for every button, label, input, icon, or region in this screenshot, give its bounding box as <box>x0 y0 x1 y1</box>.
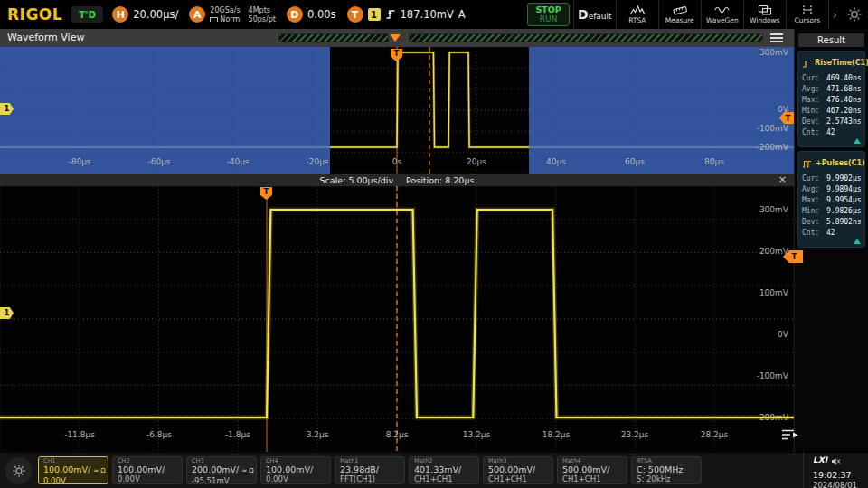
clock-block: LXI 19:02:37 2024/08/01 <box>803 452 857 488</box>
channel-scale: C: 500MHz <box>637 465 701 474</box>
scale-label: Scale: <box>320 175 346 185</box>
lxi-logo: LXI <box>813 455 827 465</box>
menu-icon[interactable] <box>770 33 783 44</box>
measure-icon <box>672 5 688 15</box>
channel-scale: 100.00mV/ <box>266 465 330 474</box>
oscilloscope-screen: RIGOL T'D H 20.00μs/ A 20GSa/s 4Mpts Nor… <box>0 0 868 488</box>
x-tick-label: -20μs <box>295 157 340 166</box>
memory-depth: 4Mpts <box>249 6 276 14</box>
position-label: Position: <box>406 175 442 185</box>
zoom-scale-bar: Scale: 5.00μs/div Position: 8.20μs × <box>0 174 794 186</box>
channel-scale: 23.98dB/ <box>340 465 404 474</box>
y-axis-label: -200mV <box>757 143 788 152</box>
x-tick-label: 40μs <box>533 157 579 166</box>
system-date: 2024/08/01 <box>813 481 857 488</box>
x-tick-label: -40μs <box>215 157 260 166</box>
channel-box-ch1[interactable]: CH1100.00mV/≈ Ω0.00V <box>38 456 108 484</box>
horizontal-settings[interactable]: H 20.00μs/ <box>112 6 178 23</box>
unzoomed-region-right[interactable] <box>529 47 794 174</box>
delay-icon: D <box>287 6 303 23</box>
measurement-row: Dev:5.8902ns <box>802 217 861 228</box>
expand-triangle-icon[interactable] <box>854 239 861 244</box>
coupling-impedance-icons: ≈ Ω <box>241 467 253 474</box>
measurement-row: Dev:2.5743ns <box>802 117 861 127</box>
settings-button[interactable] <box>5 457 33 484</box>
measurement-card[interactable]: RiseTime(C1)Cur:469.40nsAvg:471.68nsMax:… <box>797 51 865 147</box>
x-tick-label: -6.8μs <box>137 430 182 439</box>
trigger-settings[interactable]: T 1 187.10mV A <box>347 6 466 23</box>
channel-offset: -95.51mV <box>192 476 256 484</box>
acquisition-timeline-right[interactable] <box>409 33 763 42</box>
main-plot[interactable]: T 1 T -11.8μs-6.8μs-1.8μs3.2μs8.2μs13.2μ… <box>0 186 794 452</box>
x-tick-label: 13.2μs <box>454 430 499 439</box>
overview-plot[interactable]: T 1 T -80μs-60μs-40μs-20μs0s20μs40μs60μs… <box>0 47 794 174</box>
trigger-position-triangle[interactable] <box>390 34 401 42</box>
cursors-button[interactable]: Cursors <box>786 0 828 29</box>
x-tick-label: 23.2μs <box>612 430 657 439</box>
windows-button[interactable]: Windows <box>743 0 786 29</box>
acquire-icon: A <box>189 6 205 23</box>
toolbar-expand-chevron[interactable]: › <box>828 0 841 29</box>
rigol-gear-logo[interactable] <box>841 6 868 23</box>
measurement-row: Min:467.20ns <box>802 106 861 117</box>
delay-value: 0.00s <box>307 8 336 21</box>
channel-box-ch2[interactable]: CH2100.00mV/0.00V <box>112 456 183 484</box>
measurement-card[interactable]: +Pulses(C1)Cur:9.9902μsAvg:9.9894μsMax:9… <box>797 151 865 248</box>
unzoomed-region-left[interactable] <box>0 47 330 174</box>
channel-offset: CH1+CH1 <box>562 474 627 483</box>
acquisition-settings[interactable]: A 20GSa/s 4Mpts Norm 50ps/pt <box>189 6 276 23</box>
x-tick-label: 28.2μs <box>692 430 737 439</box>
channel-label: CH1 <box>43 458 108 465</box>
trigger-mode: A <box>458 8 466 21</box>
trigger-icon: T <box>347 6 363 23</box>
channel-label: Math4 <box>562 458 627 465</box>
measurement-row: Cnt:42 <box>802 127 861 138</box>
channel-box-ch4[interactable]: CH4100.00mV/0.00V <box>260 456 331 484</box>
acquisition-timeline-left[interactable] <box>278 33 389 42</box>
channel-box-math4[interactable]: Math4500.00mV/CH1+CH1 <box>557 456 627 484</box>
channel-label: CH2 <box>118 458 182 465</box>
scale-value: 5.00μs/div <box>348 175 393 185</box>
default-button[interactable]: Default <box>573 0 616 29</box>
rigol-logo: RIGOL <box>7 5 62 23</box>
position-value: 8.20μs <box>445 175 474 185</box>
measurement-row: Max:9.9954μs <box>802 195 861 206</box>
wavegen-button[interactable]: WaveGen <box>701 0 743 29</box>
channel-offset: CH1+CH1 <box>414 474 478 483</box>
measure-button[interactable]: Measure <box>658 0 701 29</box>
channel-box-math2[interactable]: Math2401.33mV/CH1+CH1 <box>409 456 479 484</box>
timebase-value: 20.00μs/ <box>133 8 178 21</box>
waveform-view-bar: Waveform View <box>0 29 794 47</box>
channel-scale: 500.00mV/ <box>562 465 627 474</box>
delay-settings[interactable]: D 0.00s <box>287 6 336 23</box>
trigger-source-chip: 1 <box>368 8 381 21</box>
rtsa-button[interactable]: RTSA <box>616 0 658 29</box>
channel-label: Math1 <box>340 458 404 465</box>
top-toolbar: RIGOL T'D H 20.00μs/ A 20GSa/s 4Mpts Nor… <box>0 0 868 29</box>
channel-box-math1[interactable]: Math123.98dB/FFT(CH1) <box>335 456 405 484</box>
channel-offset: S: 20kHz <box>637 474 701 483</box>
channel-box-ch3[interactable]: CH3200.00mV/≈ Ω-95.51mV <box>186 456 257 484</box>
slope-icon <box>385 6 396 23</box>
windows-icon <box>758 5 772 15</box>
measurement-row: Min:9.9826μs <box>802 206 861 217</box>
measurement-icon <box>802 155 813 172</box>
run-stop-button[interactable]: STOP RUN <box>527 3 569 26</box>
channel-label: RTSA <box>637 458 701 465</box>
rtsa-icon <box>629 5 646 15</box>
speaker-mute-icon[interactable] <box>831 452 841 469</box>
channel-offset: 0.00V <box>266 474 330 483</box>
measurement-row: Cur:9.9902μs <box>802 174 861 184</box>
default-icon: Default <box>578 7 612 22</box>
horizontal-icon: H <box>112 6 128 23</box>
channel-offset: FFT(CH1) <box>340 474 404 483</box>
channel-label: CH3 <box>192 458 256 465</box>
measurement-name: RiseTime(C1) <box>815 59 868 67</box>
wavegen-icon <box>714 5 731 15</box>
expand-triangle-icon[interactable] <box>854 138 861 144</box>
close-zoom-icon[interactable]: × <box>778 174 787 186</box>
channel-box-rtsa[interactable]: RTSAC: 500MHzS: 20kHz <box>631 456 702 484</box>
channel-scale: 500.00mV/ <box>488 465 552 474</box>
x-tick-label: -1.8μs <box>215 430 260 439</box>
channel-box-math3[interactable]: Math3500.00mV/CH1+CH1 <box>483 456 553 484</box>
